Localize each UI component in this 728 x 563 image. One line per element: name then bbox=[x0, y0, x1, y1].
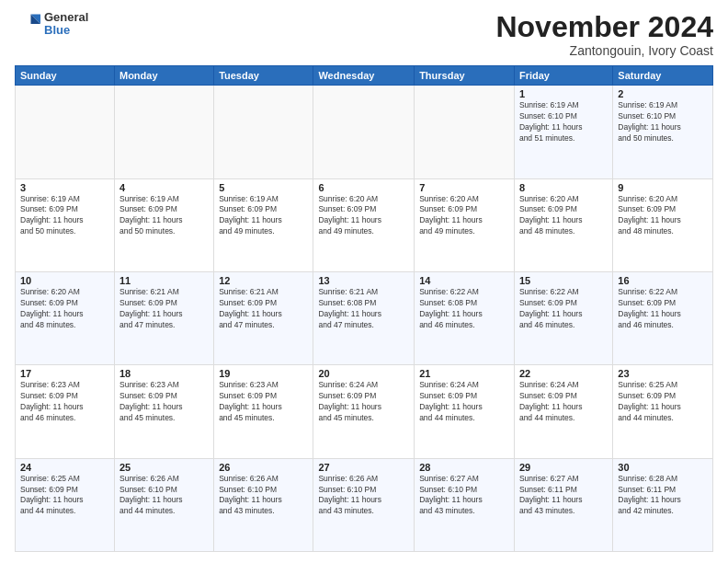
day-number: 2 bbox=[618, 88, 708, 99]
day-cell: 15Sunrise: 6:22 AM Sunset: 6:09 PM Dayli… bbox=[514, 271, 612, 364]
day-cell: 16Sunrise: 6:22 AM Sunset: 6:09 PM Dayli… bbox=[613, 271, 713, 364]
logo-text: General Blue bbox=[44, 11, 88, 38]
day-cell: 17Sunrise: 6:23 AM Sunset: 6:09 PM Dayli… bbox=[16, 365, 115, 458]
header-row: Sunday Monday Tuesday Wednesday Thursday… bbox=[16, 66, 713, 86]
day-number: 23 bbox=[618, 368, 708, 379]
day-cell: 3Sunrise: 6:19 AM Sunset: 6:09 PM Daylig… bbox=[16, 178, 115, 271]
col-saturday: Saturday bbox=[613, 66, 713, 86]
day-info: Sunrise: 6:28 AM Sunset: 6:11 PM Dayligh… bbox=[618, 474, 708, 518]
week-row-2: 10Sunrise: 6:20 AM Sunset: 6:09 PM Dayli… bbox=[16, 271, 713, 364]
col-monday: Monday bbox=[114, 66, 213, 86]
title-block: November 2024 Zantongouin, Ivory Coast bbox=[495, 11, 713, 58]
day-info: Sunrise: 6:24 AM Sunset: 6:09 PM Dayligh… bbox=[318, 380, 409, 424]
day-info: Sunrise: 6:23 AM Sunset: 6:09 PM Dayligh… bbox=[119, 380, 209, 424]
day-info: Sunrise: 6:22 AM Sunset: 6:09 PM Dayligh… bbox=[519, 287, 608, 331]
day-info: Sunrise: 6:21 AM Sunset: 6:09 PM Dayligh… bbox=[219, 287, 308, 331]
day-cell: 13Sunrise: 6:21 AM Sunset: 6:08 PM Dayli… bbox=[313, 271, 415, 364]
day-number: 3 bbox=[20, 182, 109, 193]
day-info: Sunrise: 6:26 AM Sunset: 6:10 PM Dayligh… bbox=[219, 474, 308, 518]
col-thursday: Thursday bbox=[415, 66, 515, 86]
day-number: 7 bbox=[419, 182, 509, 193]
day-info: Sunrise: 6:21 AM Sunset: 6:08 PM Dayligh… bbox=[318, 287, 409, 331]
day-info: Sunrise: 6:22 AM Sunset: 6:08 PM Dayligh… bbox=[419, 287, 509, 331]
day-number: 1 bbox=[519, 88, 608, 99]
day-cell: 27Sunrise: 6:26 AM Sunset: 6:10 PM Dayli… bbox=[313, 458, 415, 551]
day-info: Sunrise: 6:20 AM Sunset: 6:09 PM Dayligh… bbox=[318, 194, 409, 238]
day-cell bbox=[114, 86, 213, 178]
page: General Blue November 2024 Zantongouin, … bbox=[0, 0, 728, 563]
day-number: 4 bbox=[119, 182, 209, 193]
day-number: 15 bbox=[519, 275, 608, 286]
day-cell: 8Sunrise: 6:20 AM Sunset: 6:09 PM Daylig… bbox=[514, 178, 612, 271]
day-cell: 20Sunrise: 6:24 AM Sunset: 6:09 PM Dayli… bbox=[313, 365, 415, 458]
day-cell: 29Sunrise: 6:27 AM Sunset: 6:11 PM Dayli… bbox=[514, 458, 612, 551]
day-cell: 9Sunrise: 6:20 AM Sunset: 6:09 PM Daylig… bbox=[613, 178, 713, 271]
day-number: 17 bbox=[20, 368, 109, 379]
day-cell bbox=[415, 86, 515, 178]
day-number: 11 bbox=[119, 275, 209, 286]
day-number: 28 bbox=[419, 462, 509, 473]
day-info: Sunrise: 6:27 AM Sunset: 6:10 PM Dayligh… bbox=[419, 474, 509, 518]
day-number: 16 bbox=[618, 275, 708, 286]
day-number: 10 bbox=[20, 275, 109, 286]
day-cell: 2Sunrise: 6:19 AM Sunset: 6:10 PM Daylig… bbox=[613, 86, 713, 178]
day-cell: 5Sunrise: 6:19 AM Sunset: 6:09 PM Daylig… bbox=[214, 178, 313, 271]
day-info: Sunrise: 6:20 AM Sunset: 6:09 PM Dayligh… bbox=[519, 194, 608, 238]
day-number: 14 bbox=[419, 275, 509, 286]
week-row-4: 24Sunrise: 6:25 AM Sunset: 6:09 PM Dayli… bbox=[16, 458, 713, 551]
day-info: Sunrise: 6:27 AM Sunset: 6:11 PM Dayligh… bbox=[519, 474, 608, 518]
day-number: 30 bbox=[618, 462, 708, 473]
day-info: Sunrise: 6:19 AM Sunset: 6:09 PM Dayligh… bbox=[219, 194, 308, 238]
week-row-3: 17Sunrise: 6:23 AM Sunset: 6:09 PM Dayli… bbox=[16, 365, 713, 458]
logo: General Blue bbox=[15, 11, 88, 38]
day-number: 19 bbox=[219, 368, 308, 379]
logo-icon bbox=[15, 11, 40, 37]
col-sunday: Sunday bbox=[16, 66, 115, 86]
day-cell: 10Sunrise: 6:20 AM Sunset: 6:09 PM Dayli… bbox=[16, 271, 115, 364]
day-info: Sunrise: 6:19 AM Sunset: 6:10 PM Dayligh… bbox=[519, 100, 608, 144]
day-number: 8 bbox=[519, 182, 608, 193]
day-number: 9 bbox=[618, 182, 708, 193]
day-info: Sunrise: 6:24 AM Sunset: 6:09 PM Dayligh… bbox=[519, 380, 608, 424]
day-cell: 11Sunrise: 6:21 AM Sunset: 6:09 PM Dayli… bbox=[114, 271, 213, 364]
day-number: 25 bbox=[119, 462, 209, 473]
col-friday: Friday bbox=[514, 66, 612, 86]
day-cell: 30Sunrise: 6:28 AM Sunset: 6:11 PM Dayli… bbox=[613, 458, 713, 551]
week-row-0: 1Sunrise: 6:19 AM Sunset: 6:10 PM Daylig… bbox=[16, 86, 713, 178]
day-number: 27 bbox=[318, 462, 409, 473]
day-number: 13 bbox=[318, 275, 409, 286]
day-info: Sunrise: 6:25 AM Sunset: 6:09 PM Dayligh… bbox=[20, 474, 109, 518]
day-number: 12 bbox=[219, 275, 308, 286]
day-cell: 1Sunrise: 6:19 AM Sunset: 6:10 PM Daylig… bbox=[514, 86, 612, 178]
day-number: 29 bbox=[519, 462, 608, 473]
day-cell: 24Sunrise: 6:25 AM Sunset: 6:09 PM Dayli… bbox=[16, 458, 115, 551]
day-number: 24 bbox=[20, 462, 109, 473]
day-cell: 6Sunrise: 6:20 AM Sunset: 6:09 PM Daylig… bbox=[313, 178, 415, 271]
day-cell: 21Sunrise: 6:24 AM Sunset: 6:09 PM Dayli… bbox=[415, 365, 515, 458]
logo-blue: Blue bbox=[44, 24, 88, 37]
day-info: Sunrise: 6:19 AM Sunset: 6:09 PM Dayligh… bbox=[119, 194, 209, 238]
day-number: 5 bbox=[219, 182, 308, 193]
day-cell: 26Sunrise: 6:26 AM Sunset: 6:10 PM Dayli… bbox=[214, 458, 313, 551]
day-info: Sunrise: 6:20 AM Sunset: 6:09 PM Dayligh… bbox=[419, 194, 509, 238]
day-cell: 25Sunrise: 6:26 AM Sunset: 6:10 PM Dayli… bbox=[114, 458, 213, 551]
day-cell: 18Sunrise: 6:23 AM Sunset: 6:09 PM Dayli… bbox=[114, 365, 213, 458]
day-number: 21 bbox=[419, 368, 509, 379]
day-info: Sunrise: 6:21 AM Sunset: 6:09 PM Dayligh… bbox=[119, 287, 209, 331]
week-row-1: 3Sunrise: 6:19 AM Sunset: 6:09 PM Daylig… bbox=[16, 178, 713, 271]
day-info: Sunrise: 6:25 AM Sunset: 6:09 PM Dayligh… bbox=[618, 380, 708, 424]
calendar-table: Sunday Monday Tuesday Wednesday Thursday… bbox=[15, 65, 713, 552]
day-info: Sunrise: 6:26 AM Sunset: 6:10 PM Dayligh… bbox=[119, 474, 209, 518]
col-tuesday: Tuesday bbox=[214, 66, 313, 86]
calendar: Sunday Monday Tuesday Wednesday Thursday… bbox=[15, 65, 713, 552]
day-cell: 7Sunrise: 6:20 AM Sunset: 6:09 PM Daylig… bbox=[415, 178, 515, 271]
day-number: 26 bbox=[219, 462, 308, 473]
day-cell: 23Sunrise: 6:25 AM Sunset: 6:09 PM Dayli… bbox=[613, 365, 713, 458]
day-cell: 4Sunrise: 6:19 AM Sunset: 6:09 PM Daylig… bbox=[114, 178, 213, 271]
day-cell: 22Sunrise: 6:24 AM Sunset: 6:09 PM Dayli… bbox=[514, 365, 612, 458]
day-cell: 28Sunrise: 6:27 AM Sunset: 6:10 PM Dayli… bbox=[415, 458, 515, 551]
day-number: 22 bbox=[519, 368, 608, 379]
day-info: Sunrise: 6:23 AM Sunset: 6:09 PM Dayligh… bbox=[219, 380, 308, 424]
day-number: 18 bbox=[119, 368, 209, 379]
location: Zantongouin, Ivory Coast bbox=[495, 43, 713, 58]
